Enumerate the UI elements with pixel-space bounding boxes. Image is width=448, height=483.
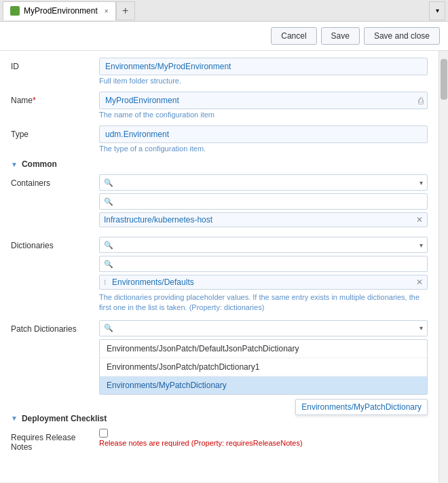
form-panel: ID Full item folder structure. Name* ⎙ T… <box>0 51 438 482</box>
containers-tag-value-1: Infrastructure/kubernetes-host <box>104 215 212 225</box>
common-section-label: Common <box>22 159 57 169</box>
patch-dicts-search[interactable]: 🔍 ▾ <box>99 320 428 336</box>
content-area: ID Full item folder structure. Name* ⎙ T… <box>0 51 448 482</box>
type-field: The type of a configuration item. <box>99 125 428 153</box>
type-label: Type <box>11 125 99 139</box>
type-input[interactable] <box>99 125 428 143</box>
dictionaries-hint: The dictionaries providing placeholder v… <box>99 292 428 313</box>
release-notes-field: Release notes are required (Property: re… <box>99 429 428 447</box>
name-row: Name* ⎙ The name of the configuration it… <box>11 92 428 119</box>
dictionaries-field: 🔍 ▾ 🔍 ⁝ Environments/Defaults ✕ The dict… <box>99 237 428 313</box>
dictionaries-input-1[interactable] <box>117 237 415 252</box>
save-button[interactable]: Save <box>321 27 360 45</box>
id-input[interactable] <box>99 58 428 75</box>
type-row: Type The type of a configuration item. <box>11 125 428 153</box>
id-row: ID Full item folder structure. <box>11 58 428 85</box>
patch-dicts-option-1[interactable]: Environments/JsonPatch/DefaultJsonPatchD… <box>100 340 427 358</box>
id-field: Full item folder structure. <box>99 58 428 85</box>
dictionaries-tag-value-1: Environments/Defaults <box>112 277 194 287</box>
search-icon-3: 🔍 <box>100 241 117 250</box>
name-label: Name* <box>11 92 99 105</box>
id-hint: Full item folder structure. <box>99 77 428 85</box>
deployment-section-header[interactable]: ▼ Deployment Checklist <box>11 414 428 423</box>
patch-dicts-dropdown: Environments/JsonPatch/DefaultJsonPatchD… <box>99 339 428 395</box>
deployment-collapse-icon: ▼ <box>11 414 18 422</box>
containers-input-1[interactable] <box>117 175 415 190</box>
containers-tag-1: Infrastructure/kubernetes-host ✕ <box>99 212 428 227</box>
containers-field: 🔍 ▾ 🔍 Infrastructure/kubernetes-host ✕ <box>99 174 428 230</box>
patch-dicts-tooltip: Environments/MyPatchDictionary <box>295 399 428 415</box>
tab-close-button[interactable]: × <box>105 7 109 15</box>
search-icon-4: 🔍 <box>100 260 117 269</box>
tab-label: MyProdEnvironment <box>24 6 98 16</box>
search-icon-1: 🔍 <box>100 178 117 187</box>
tab-add-button[interactable]: + <box>116 1 135 20</box>
dict-grid-icon: ⁝ <box>104 278 107 287</box>
name-hint: The name of the configuration item <box>99 111 428 119</box>
patch-dicts-input[interactable] <box>117 321 415 336</box>
containers-dropdown-arrow-1[interactable]: ▾ <box>415 179 427 187</box>
dictionaries-dropdown-arrow-1[interactable]: ▾ <box>415 242 427 249</box>
tab-bar: MyProdEnvironment × + ▾ <box>0 0 448 22</box>
containers-label: Containers <box>11 174 99 188</box>
containers-row: Containers 🔍 ▾ 🔍 Infrastructure/kubernet… <box>11 174 428 230</box>
patch-dicts-label: Patch Dictionaries <box>11 320 99 334</box>
scrollbar[interactable] <box>438 51 448 482</box>
containers-input-2[interactable] <box>117 194 427 209</box>
id-label: ID <box>11 58 99 71</box>
scrollbar-thumb[interactable] <box>441 59 447 100</box>
tab-env-icon <box>10 6 20 16</box>
dictionaries-label: Dictionaries <box>11 237 99 250</box>
containers-search-2[interactable]: 🔍 <box>99 193 428 210</box>
patch-dicts-field: 🔍 ▾ Environments/JsonPatch/DefaultJsonPa… <box>99 320 428 395</box>
toolbar: Cancel Save Save and close <box>0 22 448 51</box>
release-notes-checkbox[interactable] <box>99 429 108 438</box>
containers-tag-close-1[interactable]: ✕ <box>416 215 423 225</box>
dictionaries-input-2[interactable] <box>117 256 427 271</box>
tab-dropdown-button[interactable]: ▾ <box>429 1 445 20</box>
dictionaries-search-1[interactable]: 🔍 ▾ <box>99 237 428 253</box>
release-notes-row: Requires Release Notes Release notes are… <box>11 429 428 452</box>
search-icon-5: 🔍 <box>100 324 117 332</box>
release-notes-label: Requires Release Notes <box>11 429 99 452</box>
name-field: ⎙ The name of the configuration item <box>99 92 428 119</box>
patch-dicts-option-3[interactable]: Environments/MyPatchDictionary <box>100 376 427 394</box>
dictionaries-search-2[interactable]: 🔍 <box>99 256 428 272</box>
dictionaries-tag-close-1[interactable]: ✕ <box>416 277 423 287</box>
containers-search-1[interactable]: 🔍 ▾ <box>99 174 428 191</box>
common-collapse-icon: ▼ <box>11 161 18 168</box>
name-input[interactable] <box>99 92 428 109</box>
tab-myprod[interactable]: MyProdEnvironment × <box>3 1 116 20</box>
type-hint: The type of a configuration item. <box>99 144 428 153</box>
common-section-header[interactable]: ▼ Common <box>11 159 428 169</box>
save-close-button[interactable]: Save and close <box>364 27 440 45</box>
dictionaries-tag-1: ⁝ Environments/Defaults ✕ <box>99 275 428 290</box>
cancel-button[interactable]: Cancel <box>271 27 316 45</box>
patch-dicts-row: Patch Dictionaries 🔍 ▾ Environments/Json… <box>11 320 428 395</box>
deployment-section-label: Deployment Checklist <box>22 414 107 423</box>
release-notes-error: Release notes are required (Property: re… <box>99 439 428 447</box>
patch-dicts-option-2[interactable]: Environments/JsonPatch/patchDictionary1 <box>100 358 427 376</box>
search-icon-2: 🔍 <box>100 197 117 206</box>
patch-dicts-dropdown-arrow[interactable]: ▾ <box>415 324 427 332</box>
copy-icon[interactable]: ⎙ <box>418 96 424 106</box>
dictionaries-row: Dictionaries 🔍 ▾ 🔍 ⁝ Environments/Defaul… <box>11 237 428 313</box>
